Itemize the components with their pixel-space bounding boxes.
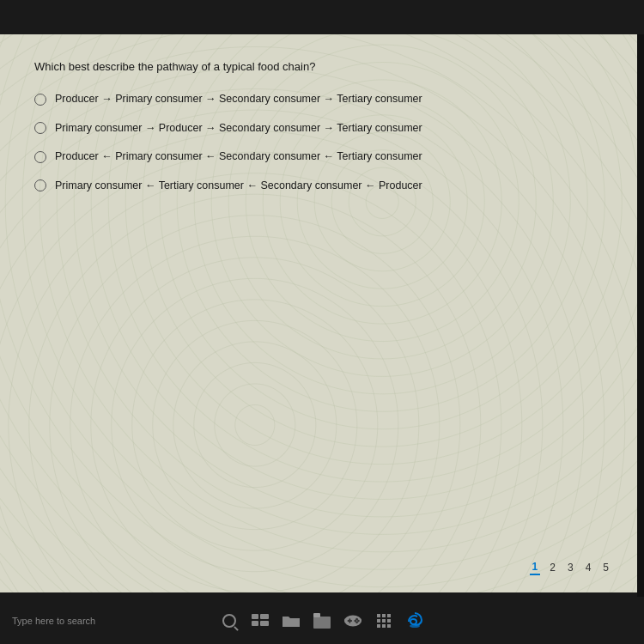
svg-rect-5 [313, 613, 320, 617]
page-num-5[interactable]: 5 [600, 561, 611, 574]
page-num-4[interactable]: 4 [583, 561, 594, 574]
option-text-3: Producer ← Primary consumer ← Secondary … [55, 149, 422, 165]
edge-browser-icon[interactable] [405, 611, 424, 630]
search-icon [222, 614, 236, 628]
option-item-3[interactable]: Producer ← Primary consumer ← Secondary … [34, 149, 603, 165]
svg-rect-1 [260, 614, 269, 619]
svg-rect-2 [252, 621, 258, 626]
svg-rect-3 [260, 621, 269, 626]
grid-icon [377, 614, 391, 628]
option-text-4: Primary consumer ← Tertiary consumer ← S… [55, 179, 422, 194]
svg-point-11 [354, 619, 356, 622]
option-item-2[interactable]: Primary consumer → Producer → Secondary … [34, 121, 603, 137]
radio-1[interactable] [34, 94, 46, 106]
options-list: Producer → Primary consumer → Secondary … [34, 92, 603, 193]
page-num-3[interactable]: 3 [565, 561, 576, 574]
file-explorer-icon[interactable] [313, 611, 331, 630]
svg-point-12 [357, 619, 360, 622]
radio-4[interactable] [34, 179, 46, 191]
page-num-1[interactable]: 1 [530, 560, 541, 575]
screen-bezel-right [637, 34, 644, 597]
cortana-icon[interactable] [220, 611, 239, 630]
taskview-icon[interactable] [251, 611, 270, 630]
gamepad-icon[interactable] [343, 611, 362, 630]
page-num-2[interactable]: 2 [547, 561, 558, 574]
radio-3[interactable] [34, 151, 46, 163]
taskbar-search-label: Type here to search [9, 616, 95, 626]
taskbar: Type here to search [0, 597, 644, 644]
svg-rect-0 [252, 614, 258, 619]
svg-rect-4 [313, 617, 331, 629]
svg-rect-8 [348, 620, 353, 622]
option-text-2: Primary consumer → Producer → Secondary … [55, 121, 422, 137]
folder-icon[interactable] [282, 611, 301, 630]
svg-point-13 [410, 624, 420, 628]
option-item-4[interactable]: Primary consumer ← Tertiary consumer ← S… [34, 179, 603, 194]
taskbar-icons [220, 611, 424, 630]
apps-grid-icon[interactable] [374, 611, 393, 630]
radio-2[interactable] [34, 122, 46, 134]
pagination: 12345 [523, 560, 611, 575]
option-text-1: Producer → Primary consumer → Secondary … [55, 92, 422, 107]
question-text: Which best describe the pathway of a typ… [34, 60, 603, 73]
option-item-1[interactable]: Producer → Primary consumer → Secondary … [34, 92, 603, 107]
